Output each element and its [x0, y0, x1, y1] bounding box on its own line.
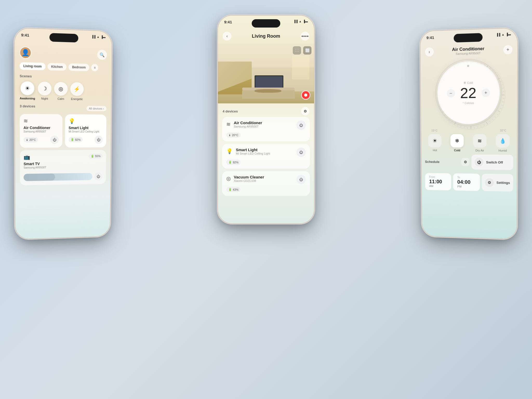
temp-increase-btn[interactable]: + [482, 89, 490, 97]
light-list-power-btn[interactable]: ⏻ [296, 148, 306, 157]
mode-hot[interactable]: ☀ Hot [425, 134, 445, 152]
ac-list-temp: 🌡 20°C [226, 132, 241, 138]
light-list-sub: Mi Smart LED Ceiling Light [236, 152, 296, 155]
light-list-right: ⏻ [296, 148, 306, 157]
hot-icon: ☀ [433, 138, 437, 144]
light-power-btn[interactable]: ⏻ [95, 136, 103, 144]
temp-value: 22 [460, 85, 476, 100]
vacuum-list-name: Vacuum Cleaner [234, 175, 296, 179]
energetic-icon-circle: ⚡ [70, 82, 84, 96]
switch-off-icon: ⏻ [475, 158, 483, 167]
tv-name: Smart TV [24, 162, 46, 166]
cold-label: Cold [454, 149, 460, 152]
search-button-1[interactable]: 🔍 [97, 50, 107, 60]
room-chip-bedroom[interactable]: Bedroom [68, 63, 89, 71]
vacuum-list-sub: Xiaomi CDZC108 [234, 179, 296, 182]
tv-icon: 📺 [24, 154, 46, 160]
device-list-ac[interactable]: ≋ Air Conditioner Samsung AR9500T ⏻ 🌡 20… [222, 117, 310, 141]
light-icon: 💡 [69, 118, 103, 124]
ac-name: Air Conditioner [23, 125, 59, 130]
phone-2-screen: 9:41 ▐▐ ▲ ▐▬ ‹ Living Room [218, 16, 314, 223]
svg-line-12 [500, 81, 502, 82]
tv-power-btn[interactable]: ⏻ [94, 172, 102, 181]
battery-icon-3: 🔋 [228, 188, 232, 191]
svg-line-25 [490, 121, 491, 122]
light-battery-badge: 🔋 92% [69, 137, 83, 142]
hot-label: Hot [433, 149, 437, 152]
svg-line-15 [503, 91, 504, 92]
svg-line-30 [474, 127, 475, 129]
switch-off-btn[interactable]: ⏻ Switch Off [471, 155, 513, 170]
time-to-card[interactable]: To 04:00 PM [453, 173, 480, 191]
svg-line-17 [503, 98, 504, 98]
vacuum-list-right: ⏻ [296, 175, 306, 184]
temp-decrease-btn[interactable]: − [447, 89, 455, 98]
scene-night[interactable]: ☽ Night [38, 82, 51, 100]
schedule-toggle[interactable]: ⚙ [461, 158, 470, 166]
ac-power-btn[interactable]: ⏻ [50, 136, 59, 144]
cold-icon: ❄ [463, 81, 466, 85]
battery-icon: 🔋 [71, 138, 74, 141]
room-chip-living[interactable]: Living room [19, 62, 45, 70]
status-time-1: 9:41 [21, 32, 29, 37]
expand-icon[interactable]: ⛶ [293, 46, 301, 55]
settings-btn[interactable]: ⚙ Settings [482, 174, 513, 192]
record-button[interactable] [301, 90, 310, 100]
scene-night-label: Night [41, 97, 48, 100]
svg-line-14 [502, 88, 504, 88]
night-icon: ☽ [42, 85, 47, 92]
room-chip-more[interactable]: ≡ [91, 64, 98, 71]
dots-menu-2[interactable] [301, 32, 309, 41]
ac-list-right: ⏻ [296, 121, 306, 130]
device-card-light[interactable]: 💡 Smart Light Mi Smart LED Ceiling Light… [65, 114, 107, 148]
devices-grid-1: ≋ Air Conditioner Samsung AR9500T 🌡 20°C… [20, 114, 107, 148]
scene-calm[interactable]: ◎ Calm [54, 82, 68, 101]
room-chip-kitchen[interactable]: Kitchen [48, 63, 66, 71]
mode-humid[interactable]: 💧 Humid [492, 134, 513, 152]
thermostat-area: // Ticks rendered via JS below ❄ Cold − … [421, 54, 517, 129]
device-card-tv[interactable]: 📺 Smart TV Samsung AR9500T 🔋 55% [20, 150, 106, 185]
ac-list-temp-val: 20°C [232, 134, 238, 137]
status-icons-1: ▐▐ ▲ ▐▬ [91, 35, 106, 39]
light-list-icon: 💡 [226, 148, 233, 154]
svg-line-33 [464, 127, 464, 128]
scenes-grid-1: ☀ Awakening ☽ Night ◎ Calm ⚡ Energetic [20, 81, 107, 101]
light-list-bottom: 🔋 92% [226, 159, 306, 165]
dot-3 [305, 36, 307, 37]
record-dot [304, 94, 307, 97]
thermostat-ring: ❄ Cold − 22 + ° Celcius [437, 60, 500, 124]
all-devices-btn[interactable]: All devices › [86, 106, 107, 111]
filter-button[interactable]: ⚙ [301, 107, 309, 115]
scene-energetic[interactable]: ⚡ Energetic [70, 82, 84, 101]
scenes-label-1: Scenes [20, 74, 107, 80]
back-button-2[interactable]: ‹ [223, 32, 231, 41]
device-card-ac[interactable]: ≋ Air Conditioner Samsung AR9500T 🌡 20°C… [20, 114, 62, 148]
bottom-cards-row: From 11:00 AM To 04:00 PM ⚙ Settings [422, 171, 517, 192]
living-room-title: Living Room [252, 34, 280, 39]
device-list-light[interactable]: 💡 Smart Light Mi Smart LED Ceiling Light… [222, 144, 310, 169]
scene-awakening[interactable]: ☀ Awakening [20, 81, 35, 100]
ac-list-top: ≋ Air Conditioner Samsung AR9500T ⏻ [226, 121, 306, 130]
ac-title-block: Air Conditioner Samsung AR9500T [452, 46, 484, 55]
vacuum-list-icon: ◎ [226, 175, 231, 182]
plus-button-3[interactable]: + [503, 45, 513, 54]
mode-cold[interactable]: ❄ Cold [447, 134, 467, 152]
thermometer-icon: 🌡 [26, 138, 29, 141]
device-list-vacuum[interactable]: ◎ Vacuum Cleaner Xiaomi CDZC108 ⏻ 🔋 43% [222, 171, 310, 196]
humid-label: Humid [498, 149, 507, 152]
dot-2 [303, 36, 305, 37]
all-devices-label: All devices [89, 107, 102, 110]
ac-sub: Samsung AR9500T [23, 130, 59, 133]
tv-brightness-slider[interactable] [24, 173, 92, 181]
svg-line-35 [457, 125, 458, 126]
header-row-1: 👤 🔍 [19, 46, 107, 61]
vacuum-list-power-btn[interactable]: ⏻ [296, 175, 306, 184]
ac-icon: ≋ [23, 118, 59, 124]
back-button-3[interactable]: ‹ [425, 47, 434, 56]
ac-list-power-btn[interactable]: ⏻ [296, 121, 306, 130]
mode-dry-air[interactable]: ≋ Dry Air [469, 134, 490, 152]
svg-line-29 [477, 127, 478, 128]
phone-3-screen: 9:41 ▐▐ ▲ ▐▬ ‹ Air Conditioner Samsung A… [420, 28, 517, 239]
time-from-card[interactable]: From 11:00 AM [425, 173, 451, 190]
dot-1 [302, 36, 303, 37]
